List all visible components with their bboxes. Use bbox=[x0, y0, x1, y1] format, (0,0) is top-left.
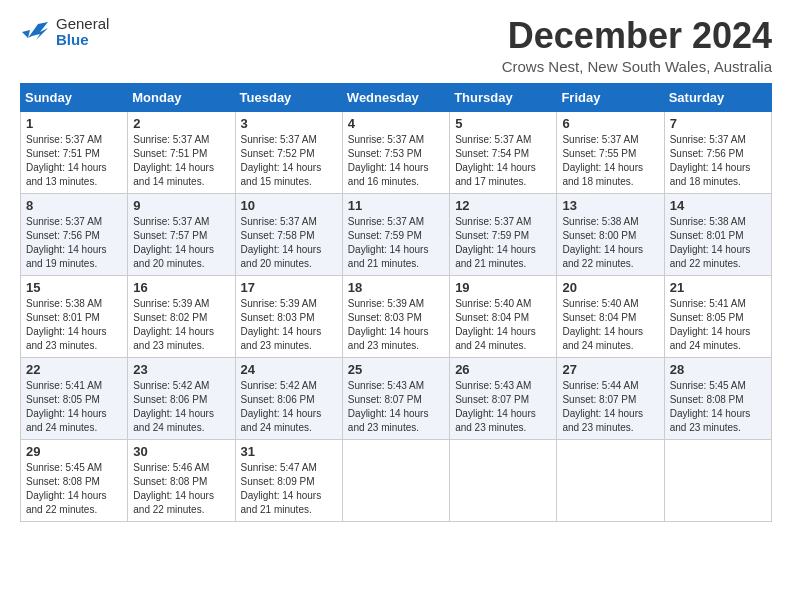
calendar-cell: 27Sunrise: 5:44 AM Sunset: 8:07 PM Dayli… bbox=[557, 357, 664, 439]
calendar-week-row: 8Sunrise: 5:37 AM Sunset: 7:56 PM Daylig… bbox=[21, 193, 772, 275]
day-info: Sunrise: 5:37 AM Sunset: 7:51 PM Dayligh… bbox=[133, 133, 229, 189]
day-number: 25 bbox=[348, 362, 444, 377]
day-number: 26 bbox=[455, 362, 551, 377]
day-number: 24 bbox=[241, 362, 337, 377]
calendar-week-row: 22Sunrise: 5:41 AM Sunset: 8:05 PM Dayli… bbox=[21, 357, 772, 439]
calendar-cell bbox=[557, 439, 664, 521]
title-area: December 2024 Crows Nest, New South Wale… bbox=[502, 16, 772, 75]
calendar-week-row: 1Sunrise: 5:37 AM Sunset: 7:51 PM Daylig… bbox=[21, 111, 772, 193]
day-number: 14 bbox=[670, 198, 766, 213]
day-info: Sunrise: 5:45 AM Sunset: 8:08 PM Dayligh… bbox=[26, 461, 122, 517]
day-number: 16 bbox=[133, 280, 229, 295]
day-info: Sunrise: 5:40 AM Sunset: 8:04 PM Dayligh… bbox=[562, 297, 658, 353]
calendar-cell: 13Sunrise: 5:38 AM Sunset: 8:00 PM Dayli… bbox=[557, 193, 664, 275]
day-number: 23 bbox=[133, 362, 229, 377]
calendar-cell: 10Sunrise: 5:37 AM Sunset: 7:58 PM Dayli… bbox=[235, 193, 342, 275]
day-info: Sunrise: 5:37 AM Sunset: 7:53 PM Dayligh… bbox=[348, 133, 444, 189]
calendar-cell: 28Sunrise: 5:45 AM Sunset: 8:08 PM Dayli… bbox=[664, 357, 771, 439]
day-info: Sunrise: 5:37 AM Sunset: 7:59 PM Dayligh… bbox=[348, 215, 444, 271]
day-number: 10 bbox=[241, 198, 337, 213]
calendar-cell: 23Sunrise: 5:42 AM Sunset: 8:06 PM Dayli… bbox=[128, 357, 235, 439]
calendar: SundayMondayTuesdayWednesdayThursdayFrid… bbox=[20, 83, 772, 522]
day-number: 2 bbox=[133, 116, 229, 131]
day-info: Sunrise: 5:38 AM Sunset: 8:01 PM Dayligh… bbox=[670, 215, 766, 271]
calendar-cell: 14Sunrise: 5:38 AM Sunset: 8:01 PM Dayli… bbox=[664, 193, 771, 275]
day-info: Sunrise: 5:47 AM Sunset: 8:09 PM Dayligh… bbox=[241, 461, 337, 517]
day-number: 3 bbox=[241, 116, 337, 131]
calendar-cell: 4Sunrise: 5:37 AM Sunset: 7:53 PM Daylig… bbox=[342, 111, 449, 193]
calendar-cell: 30Sunrise: 5:46 AM Sunset: 8:08 PM Dayli… bbox=[128, 439, 235, 521]
day-number: 13 bbox=[562, 198, 658, 213]
day-info: Sunrise: 5:37 AM Sunset: 7:56 PM Dayligh… bbox=[670, 133, 766, 189]
day-info: Sunrise: 5:45 AM Sunset: 8:08 PM Dayligh… bbox=[670, 379, 766, 435]
day-info: Sunrise: 5:46 AM Sunset: 8:08 PM Dayligh… bbox=[133, 461, 229, 517]
calendar-cell: 17Sunrise: 5:39 AM Sunset: 8:03 PM Dayli… bbox=[235, 275, 342, 357]
svg-marker-0 bbox=[28, 22, 48, 40]
calendar-week-row: 15Sunrise: 5:38 AM Sunset: 8:01 PM Dayli… bbox=[21, 275, 772, 357]
calendar-cell: 5Sunrise: 5:37 AM Sunset: 7:54 PM Daylig… bbox=[450, 111, 557, 193]
day-info: Sunrise: 5:43 AM Sunset: 8:07 PM Dayligh… bbox=[455, 379, 551, 435]
day-header-saturday: Saturday bbox=[664, 83, 771, 111]
logo: General Blue bbox=[20, 16, 109, 48]
calendar-cell: 2Sunrise: 5:37 AM Sunset: 7:51 PM Daylig… bbox=[128, 111, 235, 193]
day-header-sunday: Sunday bbox=[21, 83, 128, 111]
calendar-cell: 11Sunrise: 5:37 AM Sunset: 7:59 PM Dayli… bbox=[342, 193, 449, 275]
calendar-cell: 12Sunrise: 5:37 AM Sunset: 7:59 PM Dayli… bbox=[450, 193, 557, 275]
day-info: Sunrise: 5:37 AM Sunset: 7:59 PM Dayligh… bbox=[455, 215, 551, 271]
calendar-cell: 1Sunrise: 5:37 AM Sunset: 7:51 PM Daylig… bbox=[21, 111, 128, 193]
day-number: 17 bbox=[241, 280, 337, 295]
day-number: 15 bbox=[26, 280, 122, 295]
calendar-cell: 7Sunrise: 5:37 AM Sunset: 7:56 PM Daylig… bbox=[664, 111, 771, 193]
day-number: 7 bbox=[670, 116, 766, 131]
calendar-cell: 3Sunrise: 5:37 AM Sunset: 7:52 PM Daylig… bbox=[235, 111, 342, 193]
calendar-header-row: SundayMondayTuesdayWednesdayThursdayFrid… bbox=[21, 83, 772, 111]
day-header-friday: Friday bbox=[557, 83, 664, 111]
day-info: Sunrise: 5:40 AM Sunset: 8:04 PM Dayligh… bbox=[455, 297, 551, 353]
day-info: Sunrise: 5:42 AM Sunset: 8:06 PM Dayligh… bbox=[133, 379, 229, 435]
calendar-cell: 25Sunrise: 5:43 AM Sunset: 8:07 PM Dayli… bbox=[342, 357, 449, 439]
day-number: 28 bbox=[670, 362, 766, 377]
svg-marker-1 bbox=[22, 30, 30, 38]
day-number: 27 bbox=[562, 362, 658, 377]
day-info: Sunrise: 5:39 AM Sunset: 8:03 PM Dayligh… bbox=[241, 297, 337, 353]
logo-blue: Blue bbox=[56, 31, 89, 48]
location-subtitle: Crows Nest, New South Wales, Australia bbox=[502, 58, 772, 75]
day-info: Sunrise: 5:41 AM Sunset: 8:05 PM Dayligh… bbox=[26, 379, 122, 435]
day-info: Sunrise: 5:44 AM Sunset: 8:07 PM Dayligh… bbox=[562, 379, 658, 435]
day-info: Sunrise: 5:37 AM Sunset: 7:52 PM Dayligh… bbox=[241, 133, 337, 189]
day-number: 1 bbox=[26, 116, 122, 131]
day-number: 22 bbox=[26, 362, 122, 377]
day-number: 18 bbox=[348, 280, 444, 295]
day-info: Sunrise: 5:41 AM Sunset: 8:05 PM Dayligh… bbox=[670, 297, 766, 353]
calendar-cell bbox=[342, 439, 449, 521]
day-info: Sunrise: 5:39 AM Sunset: 8:02 PM Dayligh… bbox=[133, 297, 229, 353]
calendar-cell: 20Sunrise: 5:40 AM Sunset: 8:04 PM Dayli… bbox=[557, 275, 664, 357]
calendar-cell bbox=[664, 439, 771, 521]
day-info: Sunrise: 5:37 AM Sunset: 7:51 PM Dayligh… bbox=[26, 133, 122, 189]
day-header-wednesday: Wednesday bbox=[342, 83, 449, 111]
day-info: Sunrise: 5:38 AM Sunset: 8:00 PM Dayligh… bbox=[562, 215, 658, 271]
calendar-week-row: 29Sunrise: 5:45 AM Sunset: 8:08 PM Dayli… bbox=[21, 439, 772, 521]
calendar-cell: 18Sunrise: 5:39 AM Sunset: 8:03 PM Dayli… bbox=[342, 275, 449, 357]
month-title: December 2024 bbox=[502, 16, 772, 56]
day-number: 4 bbox=[348, 116, 444, 131]
day-number: 30 bbox=[133, 444, 229, 459]
calendar-cell: 15Sunrise: 5:38 AM Sunset: 8:01 PM Dayli… bbox=[21, 275, 128, 357]
day-info: Sunrise: 5:43 AM Sunset: 8:07 PM Dayligh… bbox=[348, 379, 444, 435]
day-number: 31 bbox=[241, 444, 337, 459]
day-number: 29 bbox=[26, 444, 122, 459]
logo-general: General bbox=[56, 15, 109, 32]
calendar-cell: 6Sunrise: 5:37 AM Sunset: 7:55 PM Daylig… bbox=[557, 111, 664, 193]
day-number: 19 bbox=[455, 280, 551, 295]
day-info: Sunrise: 5:37 AM Sunset: 7:57 PM Dayligh… bbox=[133, 215, 229, 271]
calendar-cell: 9Sunrise: 5:37 AM Sunset: 7:57 PM Daylig… bbox=[128, 193, 235, 275]
calendar-cell: 16Sunrise: 5:39 AM Sunset: 8:02 PM Dayli… bbox=[128, 275, 235, 357]
day-header-thursday: Thursday bbox=[450, 83, 557, 111]
calendar-cell: 8Sunrise: 5:37 AM Sunset: 7:56 PM Daylig… bbox=[21, 193, 128, 275]
day-header-monday: Monday bbox=[128, 83, 235, 111]
day-number: 11 bbox=[348, 198, 444, 213]
calendar-cell: 24Sunrise: 5:42 AM Sunset: 8:06 PM Dayli… bbox=[235, 357, 342, 439]
day-info: Sunrise: 5:37 AM Sunset: 7:56 PM Dayligh… bbox=[26, 215, 122, 271]
calendar-cell: 29Sunrise: 5:45 AM Sunset: 8:08 PM Dayli… bbox=[21, 439, 128, 521]
day-number: 20 bbox=[562, 280, 658, 295]
